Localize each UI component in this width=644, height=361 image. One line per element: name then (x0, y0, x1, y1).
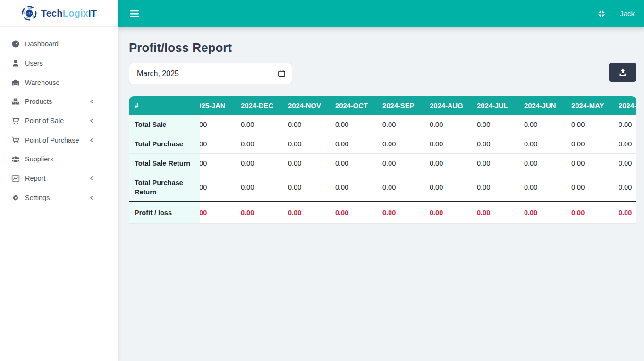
value-cell: 0.00 (471, 173, 518, 201)
month-column-header: 2024-OCT (330, 96, 377, 115)
value-cell: 0.00 (471, 115, 518, 134)
row-header-column: # (129, 96, 200, 115)
value-cell: 0.00 (424, 154, 471, 173)
compress-icon (597, 9, 606, 18)
sidebar-nav: Dashboard Users Warehouse (0, 27, 118, 207)
row-label: Total Sale (129, 115, 200, 134)
value-cell: 0.00 (377, 134, 424, 154)
brand-logo[interactable]: </> TechLogixIT (0, 0, 118, 27)
month-picker (129, 63, 292, 84)
sidebar-item-warehouse[interactable]: Warehouse (0, 73, 118, 92)
sidebar-item-label: Point of Sale (25, 117, 64, 125)
value-cell: 0.00 (282, 173, 330, 201)
month-column-header: 2024-DEC (235, 96, 282, 115)
value-cell: 0.00 (282, 154, 330, 173)
sidebar-item-users[interactable]: Users (0, 54, 118, 73)
sidebar: </> TechLogixIT Dashboard Users (0, 0, 118, 361)
profit-loss-table: #2025-JAN2024-DEC2024-NOV2024-OCT2024-SE… (129, 96, 636, 224)
value-cell: 0.00 (471, 154, 518, 173)
value-cell: 0.00 (518, 134, 566, 154)
sidebar-item-report[interactable]: Report (0, 169, 118, 188)
table-scroll-area[interactable]: #2025-JAN2024-DEC2024-NOV2024-OCT2024-SE… (129, 96, 636, 224)
cart-plus-icon (11, 136, 20, 144)
sidebar-item-dashboard[interactable]: Dashboard (0, 34, 118, 54)
table-row: Total Sale Return0.000.000.000.000.000.0… (129, 154, 636, 173)
table-row: Profit / loss0.000.000.000.000.000.000.0… (129, 201, 636, 224)
gear-icon (11, 193, 20, 202)
value-cell: 0.00 (330, 173, 377, 201)
value-cell: 0.00 (235, 154, 282, 173)
sidebar-item-settings[interactable]: Settings (0, 188, 118, 208)
value-cell: 0.00 (235, 201, 282, 224)
month-column-header: 2024-JUL (471, 96, 518, 115)
value-cell: 0.00 (377, 201, 424, 224)
sidebar-item-label: Dashboard (25, 40, 59, 48)
table-row: Total Purchase Return0.000.000.000.000.0… (129, 173, 636, 201)
cart-icon (11, 117, 20, 125)
svg-text:</>: </> (26, 11, 32, 16)
calendar-icon[interactable] (278, 70, 286, 78)
value-cell: 0.00 (471, 201, 518, 224)
dashboard-icon (11, 40, 20, 48)
chevron-left-icon (89, 137, 94, 143)
chevron-left-icon (89, 194, 94, 201)
value-cell: 0.00 (235, 115, 282, 134)
value-cell: 0.00 (613, 134, 636, 154)
chevron-left-icon (89, 118, 94, 124)
sidebar-item-point-of-purchase[interactable]: Point of Purchase (0, 130, 118, 150)
value-cell: 0.00 (518, 154, 566, 173)
value-cell: 0.00 (377, 115, 424, 134)
chevron-left-icon (89, 98, 94, 105)
row-label: Profit / loss (129, 201, 200, 224)
sidebar-toggle-button[interactable] (128, 8, 141, 19)
value-cell: 0.00 (566, 134, 613, 154)
user-menu[interactable]: Jack (620, 9, 635, 17)
page-title: Profit/loss Report (129, 41, 636, 55)
export-button[interactable] (609, 63, 636, 82)
value-cell: 0.00 (377, 154, 424, 173)
month-column-header: 2024-MAY (566, 96, 613, 115)
products-icon (11, 97, 20, 106)
brand-name: TechLogixIT (41, 8, 97, 19)
value-cell: 0.00 (424, 201, 471, 224)
row-label: Total Purchase Return (129, 173, 200, 201)
month-column-header: 2024-NOV (282, 96, 330, 115)
month-column-header: 2024-APR (613, 96, 636, 115)
warehouse-icon (11, 78, 20, 87)
value-cell: 0.00 (235, 173, 282, 201)
sidebar-item-label: Warehouse (25, 79, 60, 86)
value-cell: 0.00 (518, 173, 566, 201)
row-label: Total Purchase (129, 134, 200, 154)
sidebar-item-suppliers[interactable]: Suppliers (0, 150, 118, 169)
sidebar-item-point-of-sale[interactable]: Point of Sale (0, 111, 118, 131)
value-cell: 0.00 (471, 134, 518, 154)
value-cell: 0.00 (566, 154, 613, 173)
value-cell: 0.00 (282, 201, 330, 224)
suppliers-icon (11, 155, 20, 163)
value-cell: 0.00 (424, 115, 471, 134)
value-cell: 0.00 (330, 134, 377, 154)
value-cell: 0.00 (330, 154, 377, 173)
month-input[interactable] (129, 63, 292, 84)
value-cell: 0.00 (424, 173, 471, 201)
value-cell: 0.00 (518, 115, 566, 134)
table-row: Total Sale0.000.000.000.000.000.000.000.… (129, 115, 636, 134)
upload-icon (619, 68, 627, 76)
fullscreen-compress-button[interactable] (596, 8, 607, 19)
brand-logo-icon: </> (21, 5, 37, 21)
sidebar-item-label: Products (25, 98, 52, 105)
sidebar-item-products[interactable]: Products (0, 92, 118, 111)
profit-loss-table-card: #2025-JAN2024-DEC2024-NOV2024-OCT2024-SE… (129, 96, 636, 224)
controls-row (129, 63, 636, 84)
value-cell: 0.00 (235, 134, 282, 154)
sidebar-item-label: Suppliers (25, 155, 53, 163)
value-cell: 0.00 (613, 115, 636, 134)
value-cell: 0.00 (613, 173, 636, 201)
sidebar-item-label: Settings (25, 194, 50, 201)
value-cell: 0.00 (424, 134, 471, 154)
value-cell: 0.00 (518, 201, 566, 224)
sidebar-item-label: Point of Purchase (25, 136, 79, 144)
month-column-header: 2024-AUG (424, 96, 471, 115)
sidebar-item-label: Users (25, 59, 43, 67)
sidebar-item-label: Report (25, 175, 46, 182)
